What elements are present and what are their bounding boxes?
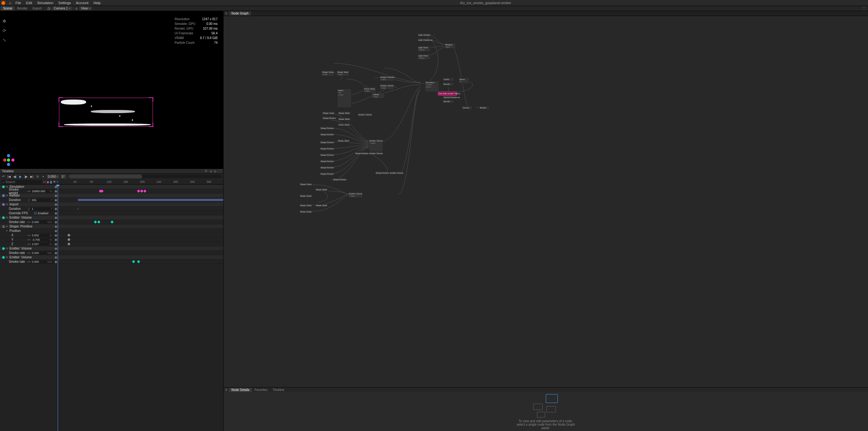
loop-icon[interactable]: ↻ <box>35 175 40 178</box>
graph-node[interactable]: Shape Primitive <box>320 126 334 130</box>
tab-scene[interactable]: Scene <box>1 6 14 10</box>
curve-icon[interactable]: ∫ <box>27 198 31 202</box>
chevron-down-icon[interactable]: ▾ <box>6 203 9 206</box>
graph-node[interactable]: Shape Primitive <box>320 172 334 176</box>
graph-node[interactable]: Simulation• emitters• forces <box>425 81 439 92</box>
track-smoke-rate-2[interactable]: Smoke rate <box>9 251 27 255</box>
panel-icon[interactable]: ☰ <box>225 12 228 15</box>
track-shape-primitive[interactable]: Shape: Primitive <box>9 225 54 228</box>
scale-tool-icon[interactable]: ⤡ <box>2 37 6 42</box>
graph-node[interactable]: Light: Point• position <box>417 46 430 52</box>
smoke-weight-field[interactable]: 10000.000% <box>31 190 53 193</box>
tab-render[interactable]: Render <box>14 6 30 10</box>
graph-node[interactable]: Render <box>479 106 490 110</box>
graph-node[interactable]: Bounds <box>443 100 454 103</box>
graph-node[interactable]: Shape: Noise <box>299 210 312 213</box>
graph-node[interactable]: Import• file• output <box>337 89 351 108</box>
track-y[interactable]: Y <box>11 238 27 241</box>
curve-icon[interactable]: ⟿ <box>27 242 31 246</box>
curve-icon[interactable]: ∫ <box>27 207 31 210</box>
graph-node[interactable]: Shape Primitive <box>354 152 368 155</box>
curve-icon[interactable]: ⟿ <box>27 238 31 241</box>
tab-timeline[interactable]: Timeline <box>270 388 287 392</box>
graph-node[interactable]: Shape: Mesh <box>338 117 351 121</box>
graph-node[interactable]: Emitter: Volume <box>389 171 404 175</box>
chevron-down-icon[interactable]: ▾ <box>6 194 9 197</box>
frame-field[interactable]: 3f <box>61 174 66 179</box>
graph-node[interactable]: Scene• in <box>459 77 469 84</box>
menu-edit[interactable]: Edit <box>24 1 35 5</box>
menu-help[interactable]: Help <box>91 1 103 5</box>
z-field[interactable]: 2.557m <box>31 242 53 246</box>
graph-node[interactable]: Emitter: Particles• output <box>380 75 394 81</box>
graph-node[interactable]: Shape: Mesh• output <box>336 70 349 76</box>
curve-icon[interactable]: ⟿ <box>27 190 31 193</box>
undo-icon[interactable]: ↶ <box>1 175 6 178</box>
menu-simulation[interactable]: Simulation <box>35 1 56 5</box>
search-input[interactable]: ⌕Search <box>1 180 42 184</box>
graph-node[interactable]: Bounds <box>443 82 454 86</box>
menu-file[interactable]: File <box>13 1 24 5</box>
graph-node[interactable]: Shape: Mesh <box>338 111 351 115</box>
smoke-rate-field[interactable]: 0.000%/s <box>31 221 53 224</box>
fit-icon[interactable]: ⊡ <box>214 169 216 173</box>
graph-node[interactable]: Shape Primitive <box>320 159 334 163</box>
tab-export[interactable]: Export <box>30 6 44 10</box>
rotate-tool-icon[interactable]: ⟳ <box>2 28 6 33</box>
track-smoke-rate[interactable]: Smoke rate <box>9 220 27 224</box>
track-emitter-volume-1[interactable]: Emitter: Volume <box>9 216 54 219</box>
timeline-scrubber[interactable] <box>69 174 222 178</box>
track-x[interactable]: X <box>11 233 27 237</box>
graph-node[interactable]: Shape Primitive <box>320 147 334 151</box>
expand-icon[interactable]: ⛶ <box>862 7 866 10</box>
graph-node[interactable]: Force: Noise• shape <box>363 87 376 93</box>
checkbox-icon[interactable]: ☑ <box>34 211 37 215</box>
view-dropdown[interactable]: View▾ <box>79 6 92 10</box>
graph-node[interactable]: Emitter: Volume <box>369 152 383 155</box>
playhead[interactable] <box>58 185 58 431</box>
tab-node-details[interactable]: Node Details <box>229 388 252 392</box>
skip-start-icon[interactable]: |◀ <box>7 175 11 178</box>
chevron-down-icon[interactable]: ▾ <box>6 229 9 232</box>
track-import-duration[interactable]: Duration <box>9 207 27 210</box>
graph-node[interactable]: Cache <box>443 77 454 81</box>
graph-node[interactable]: Light: Ambient <box>417 33 430 37</box>
chevron-down-icon[interactable]: ▾ <box>6 216 9 219</box>
graph-node[interactable]: Shape: Mesh <box>315 203 328 207</box>
smoke-rate-field-3[interactable]: 0.000%/s <box>31 260 53 263</box>
graph-node[interactable]: Shape: Noise <box>322 111 335 115</box>
graph-node[interactable]: Shape: Mesh <box>337 139 350 143</box>
graph-node[interactable]: Light: Directional <box>417 38 430 42</box>
graph-node[interactable]: Shape Primitive <box>320 140 334 144</box>
graph-node[interactable]: Shape Primitive <box>320 166 334 169</box>
graph-node[interactable]: Shape Primitive <box>320 133 334 136</box>
track-emitter-volume-3[interactable]: Emitter: Volume <box>9 256 54 259</box>
graph-node[interactable]: Light: Point• position <box>417 54 430 60</box>
smoke-rate-field-2[interactable]: 0.000%/s <box>31 252 53 255</box>
chevron-down-icon[interactable]: ▾ <box>6 225 9 228</box>
track-override-fps[interactable]: Override FPS <box>9 211 34 215</box>
render-duration-field[interactable]: 631f <box>31 198 53 202</box>
chevron-down-icon[interactable]: ▾ <box>41 175 45 178</box>
track-position[interactable]: Position <box>9 229 54 233</box>
graph-node[interactable]: Shading• lights <box>444 43 456 49</box>
y-field[interactable]: -3.705m <box>31 238 53 241</box>
flag-icon[interactable]: ⚑ <box>53 180 56 184</box>
step-forward-icon[interactable]: |▶ <box>24 175 28 178</box>
chevron-down-icon[interactable]: ▾ <box>6 247 9 250</box>
chevron-down-icon[interactable]: ▾ <box>6 256 9 259</box>
camera-dropdown[interactable]: Camera 1▾ <box>52 6 72 10</box>
graph-node[interactable]: Emitter: Volume <box>358 113 372 117</box>
track-emitter-volume-2[interactable]: Emitter: Volume <box>9 247 54 250</box>
graph-node[interactable]: Collider• shape <box>372 93 385 99</box>
graph-node[interactable]: Shape: Noise <box>299 183 312 186</box>
graph-node[interactable]: Shape Primitive <box>375 171 389 175</box>
key-icon[interactable]: ◆ <box>46 180 49 184</box>
graph-node[interactable]: Shape Primitive <box>320 153 334 157</box>
move-tool-icon[interactable]: ✥ <box>2 19 6 24</box>
graph-node[interactable]: Force: Noise <box>338 123 351 127</box>
track-import[interactable]: Import <box>9 203 54 206</box>
home-icon[interactable]: ⌂ <box>7 1 13 5</box>
graph-node[interactable]: Emitter: Volume• shapes <box>369 139 383 152</box>
curve-icon[interactable]: ⟿ <box>27 221 31 224</box>
